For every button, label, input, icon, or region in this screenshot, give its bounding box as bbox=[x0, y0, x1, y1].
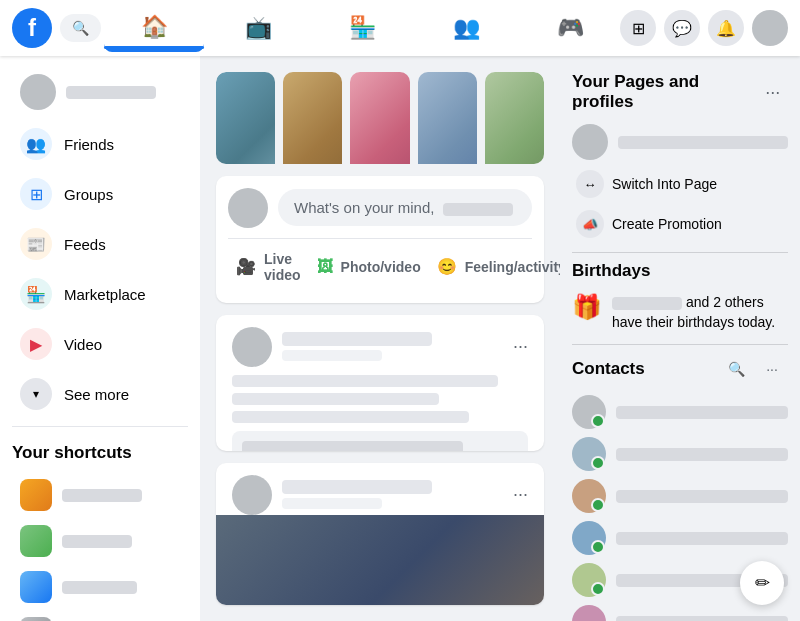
page-avatar bbox=[572, 124, 608, 160]
topnav-left: f 🔍 bbox=[12, 8, 104, 48]
create-post-avatar bbox=[228, 188, 268, 228]
see-more-nav-button[interactable]: ▾ See more bbox=[8, 370, 192, 418]
story-1[interactable] bbox=[216, 72, 275, 164]
contact-row-2[interactable] bbox=[572, 433, 788, 475]
sidebar-item-friends[interactable]: 👥 Friends bbox=[8, 120, 192, 168]
create-post-input[interactable]: What's on your mind, bbox=[278, 189, 532, 226]
topnav-center: 🏠 📺 🏪 👥 🎮 bbox=[104, 4, 620, 52]
apps-button[interactable]: ⊞ bbox=[620, 10, 656, 46]
shortcut-item-2[interactable] bbox=[8, 519, 192, 563]
contacts-search-button[interactable]: 🔍 bbox=[720, 353, 752, 385]
nav-gaming[interactable]: 🎮 bbox=[520, 4, 620, 52]
sidebar-item-marketplace[interactable]: 🏪 Marketplace bbox=[8, 270, 192, 318]
shortcut-name-blur-1 bbox=[62, 489, 142, 502]
post-link-preview-1[interactable] bbox=[232, 431, 528, 451]
feeds-icon: 📰 bbox=[20, 228, 52, 260]
nav-video[interactable]: 📺 bbox=[208, 4, 308, 52]
shortcuts-title: Your shortcuts bbox=[0, 435, 200, 471]
contacts-title: Contacts bbox=[572, 359, 645, 379]
feeling-button[interactable]: 😊 Feeling/activity bbox=[429, 243, 560, 291]
post-card-2: ··· 👍 Like 💬 Comment ↗ Share bbox=[216, 463, 544, 605]
post-body-1 bbox=[216, 367, 544, 451]
post-header-1: ··· bbox=[216, 315, 544, 367]
page-name-blur bbox=[618, 136, 788, 149]
photo-video-button[interactable]: 🖼 Photo/video bbox=[309, 243, 429, 291]
groups-icon: 👥 bbox=[453, 15, 480, 41]
sidebar-label-friends: Friends bbox=[64, 136, 114, 153]
edit-fab-button[interactable]: ✏ bbox=[740, 561, 784, 605]
messenger-icon: 💬 bbox=[672, 19, 692, 38]
edit-icon: ✏ bbox=[755, 572, 770, 594]
sidebar-user-profile[interactable] bbox=[8, 66, 192, 118]
contact-row-3[interactable] bbox=[572, 475, 788, 517]
nav-groups[interactable]: 👥 bbox=[416, 4, 516, 52]
post-menu-button-1[interactable]: ··· bbox=[513, 336, 528, 357]
sidebar-label-marketplace: Marketplace bbox=[64, 286, 146, 303]
post-username-blur bbox=[443, 203, 513, 216]
main-feed: What's on your mind, 🎥 Live video 🖼 Phot… bbox=[200, 56, 560, 621]
notifications-button[interactable]: 🔔 bbox=[708, 10, 744, 46]
sidebar-label-feeds: Feeds bbox=[64, 236, 106, 253]
contact-avatar-6 bbox=[572, 605, 606, 621]
switch-page-button[interactable]: ↔ Switch Into Page bbox=[572, 164, 788, 204]
birthdays-section-header: Birthdays bbox=[572, 261, 788, 281]
contacts-header: Contacts 🔍 ··· bbox=[572, 353, 788, 385]
contact-name-6 bbox=[616, 616, 788, 621]
sidebar-item-video[interactable]: ▶ Video bbox=[8, 320, 192, 368]
nav-home[interactable]: 🏠 bbox=[104, 4, 204, 52]
create-promotion-button[interactable]: 📣 Create Promotion bbox=[572, 204, 788, 244]
contacts-menu-button[interactable]: ··· bbox=[756, 353, 788, 385]
create-promotion-label: Create Promotion bbox=[612, 216, 722, 232]
right-sidebar: Your Pages and profiles ··· ↔ Switch Int… bbox=[560, 56, 800, 621]
topnav-right: ⊞ 💬 🔔 bbox=[620, 10, 788, 46]
friends-icon: 👥 bbox=[20, 128, 52, 160]
story-4[interactable] bbox=[418, 72, 477, 164]
post-card-1: ··· 👍 Like 💬 Comment bbox=[216, 315, 544, 451]
contact-row-4[interactable] bbox=[572, 517, 788, 559]
contact-avatar-3 bbox=[572, 479, 606, 513]
shortcut-thumb-2 bbox=[20, 525, 52, 557]
post-menu-button-2[interactable]: ··· bbox=[513, 484, 528, 505]
facebook-logo[interactable]: f bbox=[12, 8, 52, 48]
post-user-info-2 bbox=[282, 480, 503, 509]
left-sidebar: 👥 Friends ⊞ Groups 📰 Feeds 🏪 Marketplace… bbox=[0, 56, 200, 621]
story-3[interactable] bbox=[350, 72, 409, 164]
shortcut-name-blur-3 bbox=[62, 581, 137, 594]
messenger-button[interactable]: 💬 bbox=[664, 10, 700, 46]
search-icon: 🔍 bbox=[72, 20, 89, 36]
post-text-line-3 bbox=[232, 411, 469, 423]
link-title-1 bbox=[242, 441, 463, 451]
sidebar-item-groups[interactable]: ⊞ Groups bbox=[8, 170, 192, 218]
see-more-nav-label: See more bbox=[64, 386, 129, 403]
birthday-row: 🎁 and 2 others have their birthdays toda… bbox=[572, 289, 788, 336]
photo-video-label: Photo/video bbox=[341, 259, 421, 275]
contact-name-1 bbox=[616, 406, 788, 419]
shortcut-thumb-1 bbox=[20, 479, 52, 511]
story-2[interactable] bbox=[283, 72, 342, 164]
nav-marketplace[interactable]: 🏪 bbox=[312, 4, 412, 52]
live-video-button[interactable]: 🎥 Live video bbox=[228, 243, 309, 291]
shortcut-item-4[interactable] bbox=[8, 611, 192, 621]
contact-row-1[interactable] bbox=[572, 391, 788, 433]
post-header-2: ··· bbox=[216, 463, 544, 515]
story-5[interactable] bbox=[485, 72, 544, 164]
stories-row bbox=[216, 72, 544, 164]
switch-page-icon: ↔ bbox=[576, 170, 604, 198]
sidebar-item-feeds[interactable]: 📰 Feeds bbox=[8, 220, 192, 268]
search-box[interactable]: 🔍 bbox=[60, 14, 101, 42]
stories-section bbox=[216, 72, 544, 164]
pages-menu-button[interactable]: ··· bbox=[757, 76, 788, 108]
bell-icon: 🔔 bbox=[716, 19, 736, 38]
home-icon: 🏠 bbox=[141, 14, 168, 40]
post-text-line-1 bbox=[232, 375, 498, 387]
contact-avatar-5 bbox=[572, 563, 606, 597]
user-avatar-topnav[interactable] bbox=[752, 10, 788, 46]
groups-icon: ⊞ bbox=[20, 178, 52, 210]
shortcut-name-blur-2 bbox=[62, 535, 132, 548]
shortcut-item-3[interactable] bbox=[8, 565, 192, 609]
shortcut-item-1[interactable] bbox=[8, 473, 192, 517]
right-divider-1 bbox=[572, 252, 788, 253]
story-img-2 bbox=[283, 72, 342, 164]
sidebar-label-video: Video bbox=[64, 336, 102, 353]
user-name-blur bbox=[66, 86, 156, 99]
